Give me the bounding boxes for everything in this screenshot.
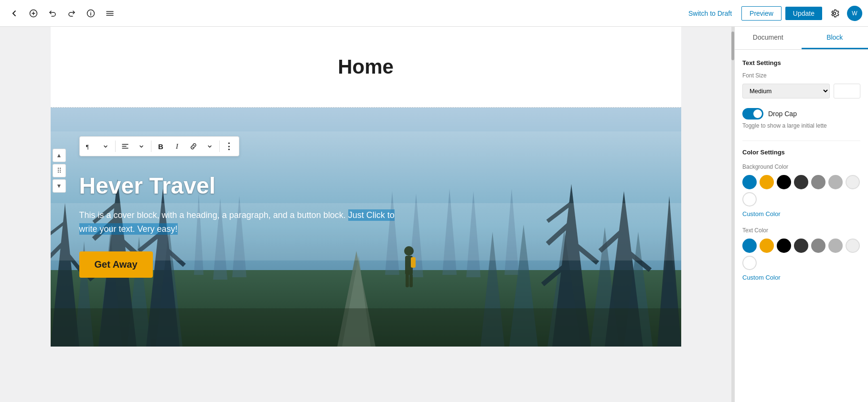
font-size-row: Medium Small Large Extra Large	[742, 84, 860, 98]
align-arrow-button[interactable]	[134, 139, 149, 154]
svg-point-2	[90, 11, 91, 12]
tab-block[interactable]: Block	[802, 27, 868, 49]
tab-document[interactable]: Document	[735, 27, 802, 49]
tools-button[interactable]	[101, 5, 118, 22]
sidebar-content: Text Settings Font Size Medium Small Lar…	[735, 50, 868, 402]
paragraph-arrow-button[interactable]	[98, 139, 113, 154]
swatch-white[interactable]	[742, 192, 757, 206]
italic-button[interactable]: I	[170, 139, 185, 154]
drag-handle[interactable]: ⠿	[53, 164, 66, 177]
user-avatar[interactable]: W	[847, 6, 862, 21]
divider-1	[742, 141, 860, 141]
cover-block[interactable]: ¶ B I	[51, 108, 681, 347]
cover-content: ¶ B I	[51, 108, 681, 316]
move-down-button[interactable]: ▼	[53, 179, 66, 193]
sidebar-tabs: Document Block	[735, 27, 868, 50]
main-layout: Home	[0, 27, 868, 402]
paragraph-format-button[interactable]: ¶	[82, 139, 97, 154]
link-arrow-button[interactable]	[202, 139, 217, 154]
drop-cap-row: Drop Cap	[742, 108, 860, 120]
color-settings-title: Color Settings	[742, 149, 860, 156]
text-settings-section: Text Settings Font Size Medium Small Lar…	[742, 59, 860, 129]
svg-text:¶: ¶	[86, 143, 89, 150]
switch-to-draft-button[interactable]: Switch to Draft	[683, 7, 738, 20]
swatch-blue[interactable]	[742, 175, 757, 189]
add-block-button[interactable]	[25, 5, 42, 22]
text-swatch-light-gray[interactable]	[828, 239, 843, 253]
cover-paragraph[interactable]: This is a cover block, with a heading, a…	[79, 208, 414, 236]
text-swatch-blue[interactable]	[742, 239, 757, 253]
move-handles: ▲ ⠿ ▼	[53, 149, 66, 193]
swatch-dark-gray[interactable]	[794, 175, 808, 189]
font-size-select[interactable]: Medium Small Large Extra Large	[742, 84, 830, 98]
top-toolbar: Switch to Draft Preview Update W	[0, 0, 868, 27]
bg-custom-color-link[interactable]: Custom Color	[742, 210, 860, 217]
toggle-thumb	[753, 109, 762, 118]
move-up-button[interactable]: ▲	[53, 149, 66, 162]
sidebar-scroll-thumb	[731, 32, 734, 60]
text-swatch-yellow[interactable]	[760, 239, 774, 253]
text-custom-color-link[interactable]: Custom Color	[742, 274, 860, 281]
text-swatch-black[interactable]	[777, 239, 791, 253]
swatch-yellow[interactable]	[760, 175, 774, 189]
toolbar-left	[6, 5, 118, 22]
toolbar-separator-2	[151, 141, 151, 152]
redo-button[interactable]	[63, 5, 80, 22]
align-button[interactable]	[118, 139, 133, 154]
block-toolbar: ¶ B I	[79, 136, 239, 156]
highlighted-text: Just Click to write your text. Very easy…	[79, 209, 395, 235]
page-title: Home	[338, 55, 394, 78]
text-swatch-lighter-gray[interactable]	[846, 239, 860, 253]
bold-button[interactable]: B	[153, 139, 169, 154]
update-button[interactable]: Update	[785, 7, 822, 20]
color-settings-section: Color Settings Background Color Custom C…	[742, 149, 860, 281]
page-canvas: Home	[51, 27, 681, 347]
toolbar-separator-3	[219, 141, 220, 152]
drop-cap-hint: Toggle to show a large initial lette	[742, 122, 860, 129]
undo-button[interactable]	[44, 5, 61, 22]
text-swatch-white[interactable]	[742, 256, 757, 270]
font-size-label: Font Size	[742, 72, 860, 79]
swatch-light-gray[interactable]	[828, 175, 843, 189]
text-color-label: Text Color	[742, 227, 860, 234]
text-color-swatches	[742, 239, 860, 270]
swatch-gray[interactable]	[811, 175, 825, 189]
more-options-button[interactable]: ⋮	[222, 139, 237, 154]
drop-cap-toggle[interactable]	[742, 108, 763, 120]
get-away-button[interactable]: Get Away	[79, 251, 153, 278]
bg-color-swatches	[742, 175, 860, 206]
sidebar-scrollbar[interactable]	[731, 27, 734, 402]
text-settings-title: Text Settings	[742, 59, 860, 66]
font-size-input[interactable]	[834, 84, 860, 98]
link-button[interactable]	[186, 139, 201, 154]
bg-color-label: Background Color	[742, 163, 860, 170]
drop-cap-label: Drop Cap	[768, 110, 797, 118]
swatch-lighter-gray[interactable]	[846, 175, 860, 189]
toolbar-separator-1	[115, 141, 116, 152]
right-sidebar: Document Block Text Settings Font Size M…	[734, 27, 868, 402]
back-button[interactable]	[6, 5, 23, 22]
text-swatch-dark-gray[interactable]	[794, 239, 808, 253]
page-title-section: Home	[51, 27, 681, 108]
settings-button[interactable]	[826, 5, 843, 22]
text-swatch-gray[interactable]	[811, 239, 825, 253]
cover-heading[interactable]: Hever Travel	[79, 173, 653, 199]
toolbar-right: Switch to Draft Preview Update W	[683, 5, 862, 22]
editor-area: Home	[0, 27, 731, 402]
info-button[interactable]	[82, 5, 99, 22]
swatch-black[interactable]	[777, 175, 791, 189]
preview-button[interactable]: Preview	[741, 6, 782, 21]
